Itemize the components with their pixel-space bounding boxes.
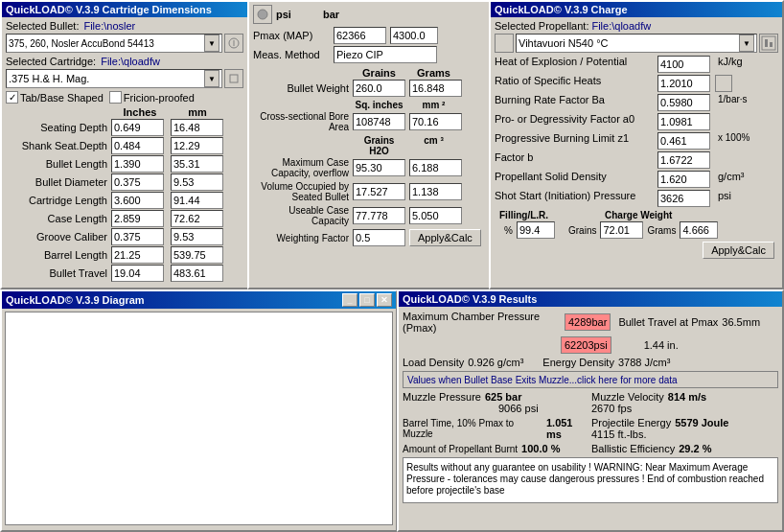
dim-inches-3[interactable]: 0.375 xyxy=(111,173,164,191)
dim-inches-2[interactable]: 1.390 xyxy=(111,155,164,173)
cartridge-combo[interactable]: .375 H.& H. Mag. ▼ xyxy=(6,69,222,88)
dim-inches-1[interactable]: 0.484 xyxy=(111,137,164,154)
tab-base-checkbox[interactable]: ✓ xyxy=(6,91,18,104)
propellant-burnt-val: 100.0 % xyxy=(521,443,560,454)
cartridge-dimensions-title: QuickLOAD© V.3.9 Cartridge Dimensions xyxy=(6,4,212,15)
dim-inches-8[interactable]: 19.04 xyxy=(111,265,164,282)
charge-grains-input[interactable]: 72.01 xyxy=(600,221,643,239)
propellant-combo[interactable]: Vihtavuori N540 °C ▼ xyxy=(516,34,757,53)
bullet-combo-arrow[interactable]: ▼ xyxy=(204,35,219,52)
ratio-label: Ratio of Specific Heats xyxy=(495,75,657,92)
dim-inches-6[interactable]: 0.375 xyxy=(111,228,164,245)
pmax-psi-display: 62203 psi xyxy=(561,336,611,354)
bore-mm2-input[interactable]: 70.16 xyxy=(409,113,462,130)
psi-bar-label: bar xyxy=(323,9,339,20)
diagram-maximize-btn[interactable]: □ xyxy=(359,293,375,307)
pmax-psi-input[interactable]: 62366 xyxy=(334,27,386,44)
bullet-combo[interactable]: 375, 260, Nosler AccuBond 54413 ▼ xyxy=(6,34,222,53)
dim-mm-0[interactable]: 16.48 xyxy=(171,119,223,136)
diagram-canvas xyxy=(5,312,393,525)
warning-text-box[interactable]: Results without any guarantee on usabili… xyxy=(403,457,778,503)
max-case-cm3[interactable]: 6.188 xyxy=(409,159,462,176)
shot-start-label: Shot Start (Initiation) Pressure xyxy=(495,190,657,207)
dim-mm-1[interactable]: 12.29 xyxy=(171,137,223,154)
dim-label: Bullet Travel xyxy=(6,267,111,279)
dim-row: Seating Depth 0.649 16.48 xyxy=(6,119,243,136)
dim-row: Bullet Travel 19.04 483.61 xyxy=(6,265,243,282)
bullet-value: 375, 260, Nosler AccuBond 54413 xyxy=(9,38,204,49)
vol-occ-cm3[interactable]: 1.138 xyxy=(409,183,462,200)
barrel-time-section: Barrel Time, 10% Pmax to Muzzle 1.051 ms xyxy=(403,417,589,440)
load-density-val: 0.926 g/cm³ xyxy=(468,357,523,368)
propellant-settings-icon[interactable] xyxy=(759,34,778,53)
cartridge-data-panel: psi bar Pmax (MAP) 62366 4300.0 Meas. Me… xyxy=(247,0,495,289)
ratio-icon[interactable] xyxy=(715,75,732,92)
max-case-label: Maximum Case Capacity, overflow xyxy=(253,157,349,178)
vol-occ-grains[interactable]: 17.527 xyxy=(353,183,405,200)
dim-mm-7[interactable]: 539.75 xyxy=(171,246,223,264)
cartridge-dimensions-panel: QuickLOAD© V.3.9 Cartridge Dimensions Se… xyxy=(0,0,249,289)
bullet-weight-grams[interactable]: 16.848 xyxy=(409,80,462,97)
shot-start-input[interactable]: 3626 xyxy=(657,190,710,207)
values-header-bar[interactable]: Values when Bullet Base Exits Muzzle...c… xyxy=(403,371,778,388)
diagram-window-buttons: _ □ ✕ xyxy=(342,293,392,307)
pro-input[interactable]: 1.0981 xyxy=(657,113,710,130)
apply-calc-button-mid[interactable]: Apply&Calc xyxy=(409,229,481,246)
bullet-weight-grains[interactable]: 260.0 xyxy=(353,80,405,97)
useable-cm3[interactable]: 5.050 xyxy=(409,207,462,224)
cartridge-combo-arrow[interactable]: ▼ xyxy=(204,70,219,87)
dim-label: Seating Depth xyxy=(6,122,111,133)
weighting-input[interactable]: 0.5 xyxy=(353,229,405,246)
charge-grams-input[interactable]: 4.666 xyxy=(680,221,718,239)
solid-density-input[interactable]: 1.620 xyxy=(657,171,710,188)
dim-label: Groove Caliber xyxy=(6,231,111,243)
dim-mm-2[interactable]: 35.31 xyxy=(171,155,223,173)
dim-row: Case Length 2.859 72.62 xyxy=(6,210,243,227)
apply-calc-button-right[interactable]: Apply&Calc xyxy=(703,242,774,259)
meas-method-label: Meas. Method xyxy=(253,49,330,60)
svg-rect-5 xyxy=(765,39,768,47)
dim-mm-3[interactable]: 9.53 xyxy=(171,173,223,191)
dim-label: Barrel Length xyxy=(6,249,111,261)
burning-input[interactable]: 0.5980 xyxy=(657,94,710,111)
dim-inches-4[interactable]: 3.600 xyxy=(111,192,164,209)
bullet-travel-label: Bullet Travel at Pmax xyxy=(618,316,718,328)
dim-inches-5[interactable]: 2.859 xyxy=(111,210,164,227)
diagram-minimize-btn[interactable]: _ xyxy=(342,293,357,307)
pro-label: Pro- or Degressivity Factor a0 xyxy=(495,113,657,130)
factor-input[interactable]: 1.6722 xyxy=(657,151,710,169)
weighting-label: Weighting Factor xyxy=(253,233,349,243)
cartridge-dimensions-titlebar: QuickLOAD© V.3.9 Cartridge Dimensions xyxy=(2,2,247,17)
dim-mm-5[interactable]: 72.62 xyxy=(171,210,223,227)
friction-proofed-checkbox[interactable] xyxy=(109,91,122,104)
max-chamber-label: Maximum Chamber Pressure (Pmax) xyxy=(403,311,561,334)
bore-sqin-input[interactable]: 108748 xyxy=(353,113,405,130)
prog-input[interactable]: 0.461 xyxy=(657,132,710,150)
dim-label: Shank Seat.Depth xyxy=(6,140,111,151)
charge-grains-label: Grains xyxy=(568,225,596,236)
dim-inches-7[interactable]: 21.25 xyxy=(111,246,164,264)
meas-method-input[interactable]: Piezo CIP xyxy=(334,46,437,63)
cartridge-icon xyxy=(224,69,243,88)
projectile-energy-ftlbs: 4115 ft.-lbs. xyxy=(591,428,646,440)
dim-mm-6[interactable]: 9.53 xyxy=(171,228,223,245)
barrel-time-label: Barrel Time, 10% Pmax to Muzzle xyxy=(403,418,542,439)
prog-unit: x 100% xyxy=(715,132,772,150)
bullet-travel-mm: 36.5mm xyxy=(722,316,760,328)
file-nosler-label: File:\nosler xyxy=(83,20,135,32)
burning-label: Burning Rate Factor Ba xyxy=(495,94,657,111)
bore-area-label: Cross-sectional Bore Area xyxy=(253,111,349,132)
ratio-input[interactable]: 1.2010 xyxy=(657,75,710,92)
dim-mm-8[interactable]: 483.61 xyxy=(171,265,223,282)
max-case-grains[interactable]: 95.30 xyxy=(353,159,405,176)
heat-input[interactable]: 4100 xyxy=(657,56,710,73)
col-mm-header: mm xyxy=(169,106,226,118)
ballistic-eff-section: Ballistic Efficiency 29.2 % xyxy=(591,443,778,454)
useable-grains[interactable]: 77.778 xyxy=(353,207,405,224)
propellant-combo-arrow[interactable]: ▼ xyxy=(739,35,754,52)
pmax-bar-input[interactable]: 4300.0 xyxy=(390,27,438,44)
diagram-close-btn[interactable]: ✕ xyxy=(377,293,392,307)
dim-inches-0[interactable]: 0.649 xyxy=(111,119,164,136)
dim-mm-4[interactable]: 91.44 xyxy=(171,192,223,209)
filling-pct-input[interactable]: 99.4 xyxy=(517,221,555,239)
